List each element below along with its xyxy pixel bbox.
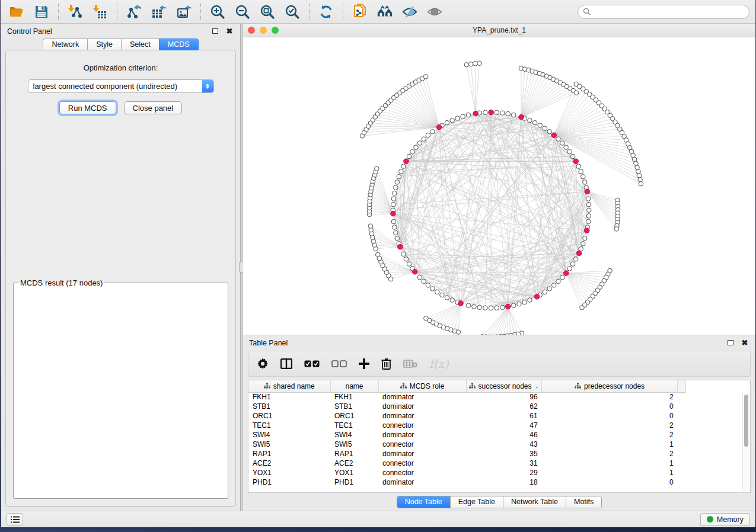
column-header-predecessor-nodes[interactable]: predecessor nodes	[542, 380, 678, 392]
table-cell[interactable]: dominator	[378, 449, 466, 459]
network-node[interactable]	[586, 219, 591, 224]
network-node[interactable]	[472, 305, 477, 309]
tab-mcds[interactable]: MCDS	[159, 39, 199, 50]
network-node[interactable]	[579, 169, 583, 174]
mcds-node[interactable]	[391, 211, 396, 216]
network-node[interactable]	[395, 180, 400, 185]
tab-edge-table[interactable]: Edge Table	[451, 496, 503, 508]
network-node[interactable]	[500, 305, 505, 310]
table-cell[interactable]: 0	[542, 477, 678, 487]
node-table[interactable]: shared namenameMCDS rolesuccessor nodes⌄…	[248, 380, 751, 493]
deselect-all-icon[interactable]	[331, 360, 347, 367]
network-node[interactable]	[375, 252, 380, 257]
mcds-node[interactable]	[584, 228, 589, 233]
network-node[interactable]	[551, 283, 556, 288]
mcds-node[interactable]	[519, 114, 524, 120]
network-node[interactable]	[532, 120, 537, 125]
network-node[interactable]	[435, 290, 440, 294]
table-cell[interactable]: dominator	[378, 430, 466, 440]
network-node[interactable]	[570, 154, 575, 159]
table-cell[interactable]: dominator	[378, 392, 466, 402]
network-node[interactable]	[636, 169, 641, 174]
window-maximize-icon[interactable]	[272, 27, 279, 34]
network-node[interactable]	[395, 236, 400, 241]
network-node[interactable]	[414, 145, 419, 150]
mcds-node[interactable]	[505, 304, 511, 309]
network-node[interactable]	[391, 219, 396, 224]
network-node[interactable]	[391, 202, 395, 207]
mcds-node[interactable]	[412, 270, 417, 275]
table-cell[interactable]: 0	[542, 411, 678, 421]
network-node[interactable]	[394, 230, 398, 235]
network-node[interactable]	[583, 180, 588, 185]
network-graph[interactable]	[243, 37, 755, 335]
network-node[interactable]	[570, 262, 575, 267]
network-node[interactable]	[556, 279, 561, 284]
column-header-shared-name[interactable]: shared name	[248, 380, 330, 392]
table-cell[interactable]: SWI5	[330, 440, 378, 449]
network-node[interactable]	[547, 129, 552, 134]
show-graphics-icon[interactable]	[426, 4, 443, 20]
table-cell[interactable]: 43	[466, 440, 542, 449]
table-cell[interactable]: RAP1	[248, 449, 330, 459]
table-cell[interactable]: STB1	[248, 402, 330, 411]
network-node[interactable]	[368, 224, 373, 229]
network-node[interactable]	[581, 174, 586, 179]
network-node[interactable]	[477, 305, 482, 310]
network-node[interactable]	[556, 137, 561, 142]
table-cell[interactable]: YOX1	[330, 468, 378, 477]
add-column-icon[interactable]	[359, 358, 369, 369]
table-scrollbar[interactable]	[742, 393, 749, 491]
table-cell[interactable]: ORC1	[330, 411, 378, 421]
network-node[interactable]	[506, 111, 511, 116]
close-panel-button[interactable]: Close panel	[124, 101, 183, 114]
network-node[interactable]	[528, 118, 532, 123]
network-node[interactable]	[466, 303, 471, 308]
open-file-icon[interactable]	[8, 4, 25, 20]
table-cell[interactable]: RAP1	[330, 449, 378, 459]
network-node[interactable]	[528, 298, 532, 303]
network-node[interactable]	[423, 75, 428, 79]
table-cell[interactable]: 1	[542, 459, 678, 468]
network-node[interactable]	[468, 62, 473, 66]
table-cell[interactable]: SWI4	[330, 430, 378, 440]
clone-network-icon[interactable]	[352, 4, 368, 20]
table-cell[interactable]: 2	[542, 449, 678, 459]
network-node[interactable]	[581, 242, 586, 246]
network-node[interactable]	[543, 290, 547, 294]
table-cell[interactable]: SWI4	[248, 430, 330, 440]
table-cell[interactable]: 31	[466, 459, 542, 468]
export-image-icon[interactable]	[176, 4, 192, 20]
network-node[interactable]	[401, 252, 406, 257]
network-node[interactable]	[426, 283, 430, 288]
delete-column-icon[interactable]	[381, 358, 391, 370]
network-node[interactable]	[417, 141, 422, 146]
network-node[interactable]	[422, 279, 426, 284]
network-node[interactable]	[574, 91, 579, 95]
network-node[interactable]	[461, 114, 465, 119]
table-cell[interactable]: 1	[542, 468, 678, 477]
table-cell[interactable]: TEC1	[248, 421, 330, 430]
run-mcds-button[interactable]: Run MCDS	[59, 101, 116, 114]
network-node[interactable]	[502, 334, 506, 335]
mcds-node[interactable]	[398, 244, 403, 249]
network-node[interactable]	[483, 110, 488, 115]
network-node[interactable]	[473, 62, 478, 66]
network-node[interactable]	[483, 306, 488, 310]
network-node[interactable]	[538, 123, 543, 128]
table-row[interactable]: PHD1PHD1dominator180	[248, 477, 686, 487]
table-cell[interactable]: YOX1	[248, 468, 330, 477]
table-row[interactable]: RAP1RAP1dominator352	[248, 449, 686, 459]
mcds-node[interactable]	[489, 110, 494, 115]
network-node[interactable]	[393, 225, 397, 230]
network-node[interactable]	[639, 181, 643, 186]
table-cell[interactable]: 29	[466, 468, 542, 477]
network-node[interactable]	[430, 287, 435, 291]
mcds-node[interactable]	[551, 133, 557, 138]
import-network-icon[interactable]	[67, 4, 84, 20]
network-node[interactable]	[587, 208, 592, 213]
network-node[interactable]	[401, 164, 406, 169]
table-cell[interactable]: connector	[378, 468, 466, 477]
table-cell[interactable]: FKH1	[330, 392, 378, 402]
network-node[interactable]	[500, 111, 505, 116]
